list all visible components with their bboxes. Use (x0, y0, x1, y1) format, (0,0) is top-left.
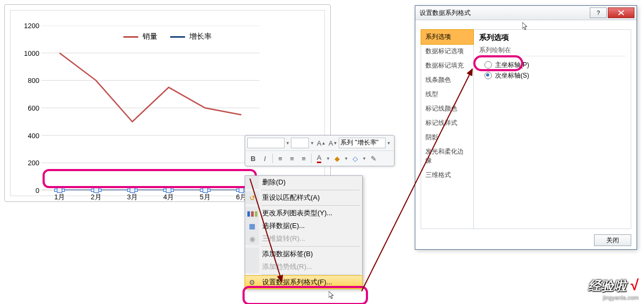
help-button[interactable]: ? (590, 7, 607, 18)
ctx-format-data-series[interactable]: ⚙ 设置数据系列格式(F)... (245, 275, 363, 289)
select-data-icon: ▦ (245, 219, 259, 232)
italic-button[interactable]: I (260, 153, 270, 164)
ctx-label: 更改系列图表类型(Y)... (262, 208, 332, 218)
align-left-button[interactable]: ≡ (275, 153, 286, 164)
radio-label: 主坐标轴(P) (495, 61, 529, 70)
ctx-change-chart-type[interactable]: ▮▮▮ 更改系列图表类型(Y)... (245, 207, 362, 219)
sidebar-item-marker-line-color[interactable]: 标记线颜色 (421, 102, 473, 116)
sidebar-item-glow[interactable]: 发光和柔化边缘 (421, 145, 473, 168)
watermark-brand: 经验啦 (588, 278, 626, 293)
content-section-title: 系列选项 (479, 33, 625, 43)
y-tick: 400 (28, 131, 39, 139)
ctx-label: 设置数据系列格式(F)... (262, 277, 332, 287)
y-tick: 1000 (24, 49, 39, 57)
ctx-label: 删除(D) (262, 178, 286, 187)
y-tick: 800 (28, 77, 39, 85)
mini-toolbar: ▼ ▼ A▲ A▼ 系列 "增长率" ▼ B I ≡ ≡ ≡ A ▼ ◆ ▼ ◇… (245, 135, 395, 166)
ctx-reset-style[interactable]: ↺ 重设以匹配样式(A) (245, 191, 362, 204)
format-series-icon: ⚙ (245, 276, 259, 289)
sidebar-item-line-style[interactable]: 线型 (421, 87, 473, 102)
dialog-title: 设置数据系列格式 (420, 9, 589, 18)
y-tick: 1200 (24, 22, 39, 30)
radio-primary-axis[interactable]: 主坐标轴(P) (479, 60, 625, 70)
x-tick: 2月 (90, 192, 101, 202)
chart-container[interactable]: 销量 增长率 1200 1000 800 600 400 200 0 (4, 4, 331, 202)
align-right-button[interactable]: ≡ (298, 153, 309, 164)
align-center-button[interactable]: ≡ (287, 153, 297, 164)
blank-icon (245, 176, 259, 189)
chevron-down-icon[interactable]: ▼ (309, 141, 315, 146)
sidebar-item-marker-fill[interactable]: 数据标记填充 (421, 58, 473, 73)
cursor-icon (329, 291, 335, 300)
watermark-domain: jingyanla.com (588, 294, 639, 301)
font-size-combo[interactable] (291, 138, 309, 148)
chevron-down-icon[interactable]: ▼ (386, 141, 392, 146)
rotate-3d-icon: ◉ (245, 232, 259, 245)
ctx-label: 选择数据(E)... (262, 221, 305, 231)
close-button[interactable] (608, 7, 634, 18)
reset-icon: ↺ (245, 191, 259, 204)
radio-secondary-axis[interactable]: 次坐标轴(S) (479, 70, 625, 81)
radio-icon (484, 72, 492, 79)
fill-color-button[interactable]: ◆ (332, 153, 342, 164)
y-tick: 200 (28, 159, 39, 167)
dialog-content: 系列选项 系列绘制在 主坐标轴(P) 次坐标轴(S) (474, 30, 631, 229)
sidebar-item-marker-options[interactable]: 数据标记选项 (421, 44, 473, 58)
context-menu: 删除(D) ↺ 重设以匹配样式(A) ▮▮▮ 更改系列图表类型(Y)... ▦ … (245, 175, 363, 289)
dialog-titlebar[interactable]: 设置数据系列格式 ? (415, 6, 637, 20)
chevron-down-icon[interactable]: ▼ (361, 156, 367, 161)
y-axis-labels: 1200 1000 800 600 400 200 0 (20, 26, 39, 190)
format-series-dialog: 设置数据系列格式 ? 系列选项 数据标记选项 数据标记填充 线条颜色 线型 标记… (415, 5, 637, 250)
plot-area[interactable] (41, 26, 260, 190)
y-tick: 0 (36, 187, 39, 195)
content-group-label: 系列绘制在 (479, 46, 625, 56)
chevron-down-icon[interactable]: ▼ (285, 141, 291, 146)
sidebar-item-3d-format[interactable]: 三维格式 (421, 168, 473, 182)
shrink-font-button[interactable]: A▼ (328, 138, 338, 148)
chart-plot-area[interactable]: 销量 增长率 1200 1000 800 600 400 200 0 (10, 10, 325, 196)
watermark: 经验啦 √ jingyanla.com (588, 277, 639, 301)
format-painter-button[interactable]: ✎ (368, 153, 379, 164)
x-tick: 5月 (199, 192, 210, 202)
ctx-select-data[interactable]: ▦ 选择数据(E)... (245, 219, 362, 232)
blank-icon (245, 248, 259, 260)
sidebar-item-shadow[interactable]: 阴影 (421, 130, 473, 145)
x-axis-labels: 1月 2月 3月 4月 5月 6月 (41, 192, 260, 203)
chevron-down-icon[interactable]: ▼ (343, 156, 349, 161)
ctx-label: 添加数据标签(B) (262, 249, 313, 259)
plot-svg (41, 26, 260, 190)
ctx-add-data-labels[interactable]: 添加数据标签(B) (245, 248, 362, 260)
x-tick: 1月 (54, 192, 65, 202)
ctx-label: 添加趋势线(R)... (262, 262, 312, 272)
radio-icon (484, 61, 492, 69)
ctx-label: 重设以匹配样式(A) (262, 193, 320, 202)
watermark-check-icon: √ (631, 277, 639, 293)
chart-type-icon: ▮▮▮ (245, 207, 259, 219)
radio-label: 次坐标轴(S) (495, 71, 529, 80)
grow-font-button[interactable]: A▲ (316, 138, 327, 148)
sidebar-item-series-options[interactable]: 系列选项 (421, 29, 474, 45)
ctx-add-trendline: 添加趋势线(R)... (245, 260, 362, 273)
x-tick: 3月 (127, 192, 138, 202)
ctx-label: 三维旋转(R)... (262, 234, 305, 243)
outline-color-button[interactable]: ◇ (350, 153, 361, 164)
ctx-3d-rotate: ◉ 三维旋转(R)... (245, 232, 362, 245)
series-name-display: 系列 "增长率" (339, 138, 386, 148)
x-tick: 4月 (163, 192, 174, 202)
close-icon (618, 10, 624, 15)
bold-button[interactable]: B (248, 153, 258, 164)
dialog-close-button[interactable]: 关闭 (594, 234, 631, 246)
font-family-combo[interactable] (247, 138, 285, 148)
dialog-sidebar: 系列选项 数据标记选项 数据标记填充 线条颜色 线型 标记线颜色 标记线样式 阴… (421, 30, 474, 229)
blank-icon (245, 260, 259, 273)
font-color-button[interactable]: A (314, 153, 324, 164)
chevron-down-icon[interactable]: ▼ (325, 156, 331, 161)
ctx-delete[interactable]: 删除(D) (245, 176, 362, 189)
sidebar-item-marker-line-style[interactable]: 标记线样式 (421, 116, 473, 130)
sidebar-item-line-color[interactable]: 线条颜色 (421, 73, 473, 87)
y-tick: 600 (28, 104, 39, 112)
